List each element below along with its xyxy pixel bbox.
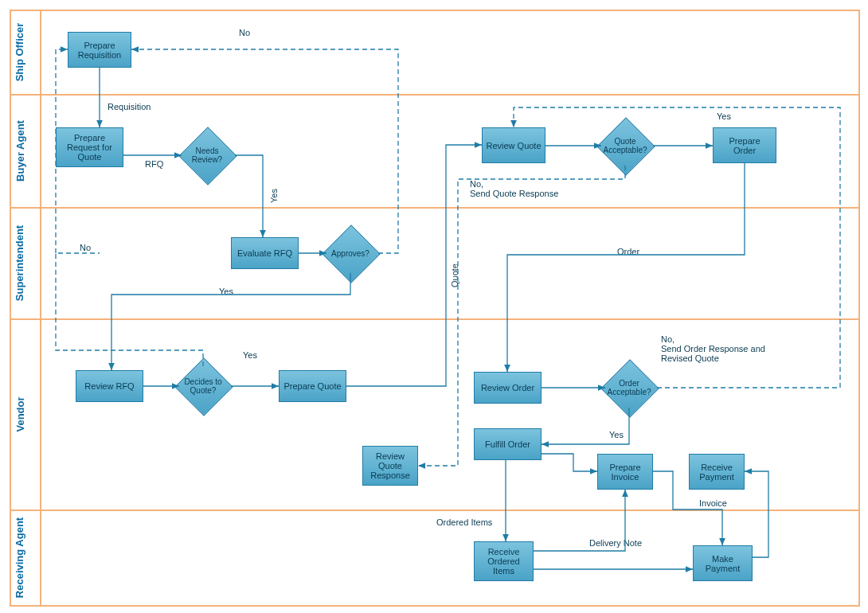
label-no-1: No xyxy=(239,28,250,37)
node-make-payment: Make Payment xyxy=(693,545,753,581)
node-needs-review: Needs Review? xyxy=(179,135,235,175)
label-requisition: Requisition xyxy=(108,102,151,111)
label-ordered-items: Ordered Items xyxy=(436,517,492,527)
node-review-order: Review Order xyxy=(474,372,542,404)
label-yes-2: Yes xyxy=(219,287,233,296)
node-review-quote-response: Review Quote Response xyxy=(362,446,418,486)
label-order: Order xyxy=(617,247,639,256)
node-review-rfq: Review RFQ xyxy=(76,370,143,402)
label-invoice: Invoice xyxy=(699,498,727,508)
label-yes-1: Yes xyxy=(269,189,279,203)
label-quote: Quote xyxy=(450,264,459,287)
label-yes-3: Yes xyxy=(243,350,257,360)
lane-superintendent: Superintendent xyxy=(0,207,40,318)
node-prepare-invoice: Prepare Invoice xyxy=(597,454,653,490)
lane-receiving-agent: Receiving Agent xyxy=(0,510,40,605)
node-receive-payment: Receive Payment xyxy=(689,454,745,490)
node-approves: Approves? xyxy=(323,233,378,273)
node-evaluate-rfq: Evaluate RFQ xyxy=(231,237,299,269)
node-review-quote: Review Quote xyxy=(482,127,545,163)
label-delivery-note: Delivery Note xyxy=(589,538,642,548)
label-no-2: No xyxy=(80,243,91,252)
swimlane-diagram: Ship Officer Buyer Agent Superintendent … xyxy=(0,0,868,613)
node-quote-acceptable: Quote Acceptable? xyxy=(597,126,653,166)
node-fulfill-order: Fulfill Order xyxy=(474,428,542,460)
label-yes-5: Yes xyxy=(609,430,624,439)
node-receive-ordered-items: Receive Ordered Items xyxy=(474,541,534,581)
node-prepare-order: Prepare Order xyxy=(713,127,776,163)
node-order-acceptable: Order Acceptable? xyxy=(601,368,657,408)
lane-ship-officer: Ship Officer xyxy=(0,10,40,94)
lane-vendor: Vendor xyxy=(0,318,40,510)
label-no-send-quote: No, Send Quote Response xyxy=(470,179,558,198)
label-yes-4: Yes xyxy=(717,111,731,121)
node-decides-to-quote: Decides to Quote? xyxy=(175,366,231,406)
node-prepare-requisition: Prepare Requisition xyxy=(68,32,131,68)
label-rfq: RFQ xyxy=(145,159,163,169)
node-prepare-quote: Prepare Quote xyxy=(279,370,346,402)
node-prepare-rfq: Prepare Request for Quote xyxy=(56,127,123,167)
edges-layer xyxy=(0,0,868,613)
label-no-send-order: No, Send Order Response and Revised Quot… xyxy=(661,334,765,363)
lane-buyer-agent: Buyer Agent xyxy=(0,94,40,207)
